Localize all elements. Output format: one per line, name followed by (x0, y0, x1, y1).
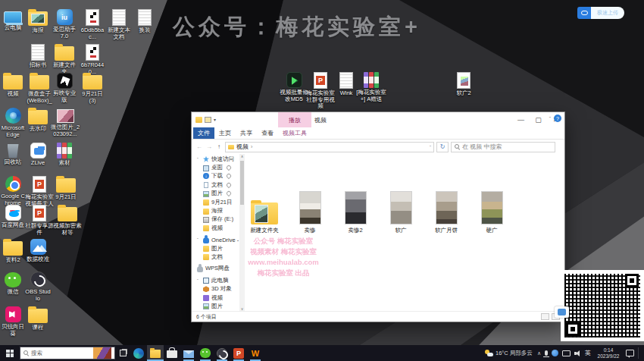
taskbar-wps[interactable]: W (247, 345, 264, 361)
file-ruanguang[interactable]: 软广 (384, 191, 417, 234)
desktop-icon-sucai[interactable]: 素材 (52, 143, 77, 167)
expand-arrow-icon[interactable]: ˇ (197, 278, 201, 283)
desktop-icon-jiami-sucai[interactable]: 视频加密素材等 (53, 205, 82, 236)
desktop-icon-baidu[interactable]: 百度网盘 (0, 205, 26, 229)
tab-file[interactable]: 文件 (193, 127, 214, 139)
nav-pictures[interactable]: 图片 (192, 190, 240, 198)
nav-pc-videos[interactable]: 视频 (192, 294, 240, 302)
desktop-icon-weixin[interactable]: 微信 (0, 272, 26, 296)
volume-icon[interactable] (574, 350, 581, 356)
scrollbar-thumb[interactable] (240, 161, 244, 205)
desktop-icon-6ddb[interactable]: 6Ddb5bac... (78, 9, 107, 40)
nav-this-pc[interactable]: ˇ 此电脑 (192, 276, 240, 284)
task-view-button[interactable] (115, 345, 130, 361)
desktop-icon-shipin[interactable]: 视频 (0, 73, 26, 98)
touch-keyboard-icon[interactable] (562, 350, 571, 356)
desktop-icon-weipanhezi[interactable]: 微盘盒子(WeBox)_ (25, 73, 54, 104)
expand-arrow-icon[interactable]: ˇ (197, 237, 201, 242)
nav-downloads[interactable]: 下载 (192, 172, 240, 180)
desktop-icon-wink[interactable]: Wink (333, 72, 359, 97)
file-ruanguang-yuebing[interactable]: 软广月饼 (430, 191, 463, 234)
desktop-icon-huishouzhan[interactable]: 回收站 (0, 143, 26, 166)
netdisk-upload-widget[interactable]: 极速上传 (577, 7, 624, 19)
desktop-icon-haibao[interactable]: 海报 (25, 9, 51, 34)
refresh-button[interactable]: ↻ (436, 142, 449, 152)
desktop-icon-xiangrikui[interactable]: 贝锐向日葵 (0, 306, 26, 337)
microphone-icon[interactable] (545, 350, 548, 356)
desktop-icon-6b7r[interactable]: 6b7R0440... (78, 44, 107, 75)
desktop-icon-kecheng[interactable]: 课程 (25, 306, 51, 331)
nav-folder-921[interactable]: 9月21日 (192, 198, 240, 206)
scrollbar-up-icon[interactable]: ∧ (239, 154, 245, 159)
desktop-icon-921-3[interactable]: 9月21日 (3) (78, 73, 107, 104)
minimize-button[interactable]: — (512, 112, 530, 127)
desktop-icon-zlive[interactable]: ZLive (25, 143, 51, 167)
nav-onedrive[interactable]: ˇ OneDrive - Pers (192, 236, 240, 244)
desktop-icon-zhaobiaoshu[interactable]: 招标书 (25, 44, 51, 69)
desktop-icon-qushuiyin[interactable]: 去水印 (25, 108, 51, 133)
tab-view[interactable]: 查看 (257, 127, 278, 139)
hidden-icons-chevron[interactable]: ∧ (537, 350, 541, 356)
taskbar-store[interactable] (164, 345, 180, 361)
taskbar-powerpoint[interactable]: P (230, 345, 247, 361)
nav-onedrive-pictures[interactable]: 图片 (192, 244, 240, 253)
show-desktop-button[interactable] (638, 347, 641, 359)
desktop-icon-md5[interactable]: 视频批量修改MD5 (279, 72, 309, 102)
desktop-icon-xinjianwenjianjia[interactable]: 新建文件夹 (52, 44, 77, 75)
nav-scrollbar[interactable]: ∧ ∨ (239, 154, 245, 311)
nav-drive-e[interactable]: 保存 (E:) (192, 215, 240, 224)
desktop-icon-edge[interactable]: Microsoft Edge (0, 108, 26, 138)
file-new-folder[interactable]: 新建文件夹 (248, 191, 281, 234)
taskbar-search-box[interactable]: 搜索 (20, 347, 115, 359)
desktop-icon-obs[interactable]: OBS Studio (25, 272, 51, 302)
taskbar-obs[interactable] (214, 345, 230, 361)
action-center-icon[interactable] (626, 350, 634, 356)
up-button[interactable]: ↑ (215, 143, 223, 150)
weather-widget[interactable]: 16°C 局部多云 (485, 350, 533, 357)
clock[interactable]: 0:14 2023/9/22 (595, 347, 622, 359)
maximize-button[interactable]: ▢ (530, 112, 547, 127)
desktop-icon-jianying[interactable]: 剪映专业版 (52, 73, 77, 103)
address-bar[interactable]: 视频 › ˇ (225, 142, 434, 152)
nav-documents[interactable]: 文档 (192, 180, 240, 189)
tray-app-icon[interactable] (552, 350, 558, 356)
search-box[interactable]: 在 视频 中搜索 (451, 142, 555, 152)
help-icon[interactable]: ? (554, 115, 561, 122)
forward-button[interactable]: → (205, 143, 213, 150)
nav-3d-objects[interactable]: 3D 对象 (192, 284, 240, 293)
desktop-icon-ziliao2[interactable]: 资料2 (0, 239, 26, 264)
desktop-icon-shequn-shipin[interactable]: 梅花实验室社群专用视频 (305, 72, 336, 110)
ribbon-collapse-icon[interactable]: ˇ (549, 116, 551, 121)
nav-desktop[interactable]: 桌面 (192, 163, 240, 171)
file-yingguang[interactable]: 硬广 (475, 191, 508, 234)
start-button[interactable] (0, 345, 20, 361)
taskbar-edge[interactable] (130, 345, 147, 361)
qat-button[interactable] (205, 117, 211, 123)
nav-folder-video[interactable]: 视频 (192, 224, 240, 232)
tab-home[interactable]: 主页 (214, 127, 236, 139)
expand-arrow-icon[interactable]: ˇ (197, 157, 201, 162)
tab-share[interactable]: 共享 (236, 127, 257, 139)
nav-wps-cloud[interactable]: WPS网盘 (192, 265, 240, 273)
nav-folder-haibao[interactable]: 海报 (192, 206, 240, 215)
desktop-icon-weixintupian[interactable]: 微信图片_2023092... (50, 108, 80, 137)
desktop-icon-xinjianwenben[interactable]: 新建文本文档 (105, 9, 133, 40)
desktop-icon-chrome[interactable]: Google Chrome (0, 176, 26, 206)
nav-pc-pictures[interactable]: 图片 (192, 302, 240, 310)
list-view-icon[interactable] (541, 313, 549, 320)
desktop-icon-ruanguang2[interactable]: 软广2 (451, 72, 477, 97)
nav-quick-access[interactable]: ˇ 快速访问 (192, 155, 240, 163)
tab-video-tools[interactable]: 视频工具 (278, 127, 311, 139)
breadcrumb-segment[interactable]: 视频 (236, 143, 249, 151)
desktop-icon-921[interactable]: 9月21日 (53, 176, 79, 201)
desktop-icon-huanzhuang[interactable]: 换装 (132, 9, 158, 34)
search-highlight-image[interactable] (93, 347, 111, 359)
taskbar-wechat[interactable] (197, 345, 214, 361)
nav-onedrive-documents[interactable]: 文档 (192, 253, 240, 261)
back-button[interactable]: ← (195, 143, 203, 150)
file-maican2[interactable]: 卖惨2 (339, 191, 372, 234)
desktop-icon-aisizhushou[interactable]: 爱思助手7.0 (52, 9, 77, 39)
address-dropdown-icon[interactable]: ˇ (430, 145, 431, 149)
desktop-icon-shujujiaozhun[interactable]: 数据校准 (25, 239, 51, 263)
quick-access-toolbar[interactable]: ▾ (192, 117, 216, 123)
